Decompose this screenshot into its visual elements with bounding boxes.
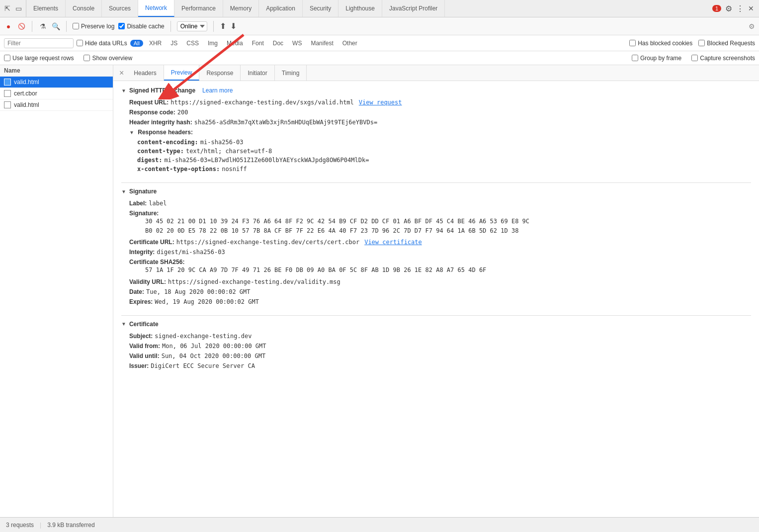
validity-url-value: https://signed-exchange-testing.dev/vali…: [168, 278, 340, 285]
hide-data-urls-checkbox[interactable]: [77, 40, 83, 46]
disable-cache-checkbox[interactable]: [118, 23, 125, 29]
file-icon-2: [4, 90, 11, 97]
preserve-log-checkbox[interactable]: [73, 23, 79, 29]
cert-sha256-value: 57 1A 1F 20 9C CA A9 7D 7F 49 71 26 BE F…: [129, 266, 486, 275]
close-devtools-icon[interactable]: ✕: [748, 4, 754, 12]
filter-all-badge[interactable]: All: [130, 40, 143, 47]
group-by-frame-checkbox[interactable]: [632, 55, 638, 61]
status-bar: 3 requests | 3.9 kB transferred: [0, 517, 759, 532]
filter-other[interactable]: Other: [339, 39, 360, 48]
learn-more-link[interactable]: Learn more: [202, 87, 233, 94]
preserve-log-label[interactable]: Preserve log: [73, 23, 114, 30]
tab-response[interactable]: Response: [199, 65, 241, 81]
capture-screenshots-checkbox[interactable]: [691, 55, 698, 61]
cert-url-row: Certificate URL: https://signed-exchange…: [121, 239, 751, 246]
blocked-requests-checkbox[interactable]: [698, 40, 705, 46]
sidebar-item-cert-cbor[interactable]: cert.cbor: [0, 88, 113, 99]
settings-gear-icon[interactable]: ⚙: [749, 22, 755, 30]
tab-preview[interactable]: Preview: [164, 65, 200, 81]
header-integrity-row: Header integrity hash: sha256-aSdRm3m7qX…: [121, 119, 751, 126]
tab-elements[interactable]: Elements: [26, 0, 66, 17]
show-overview-checkbox[interactable]: [84, 55, 90, 61]
clear-button[interactable]: 🚫: [17, 22, 26, 31]
integrity-value: digest/mi-sha256-03: [157, 249, 225, 256]
filter-right: Has blocked cookies Blocked Requests: [629, 40, 755, 47]
tab-js-profiler[interactable]: JavaScript Profiler: [382, 0, 445, 17]
tab-security[interactable]: Security: [303, 0, 338, 17]
filter-manifest[interactable]: Manifest: [308, 39, 336, 48]
device-icon[interactable]: ▭: [14, 4, 23, 13]
record-button[interactable]: ●: [4, 22, 13, 31]
tab-lighthouse[interactable]: Lighthouse: [338, 0, 382, 17]
rh-digest: digest: mi-sha256-03=LB7wdlHO51Z1Ze600lb…: [121, 157, 751, 164]
validity-url-label: Validity URL:: [129, 278, 166, 285]
view-request-link[interactable]: View request: [359, 99, 402, 106]
tab-console[interactable]: Console: [66, 0, 102, 17]
top-nav: ⇱ ▭ Elements Console Sources Network Per…: [0, 0, 759, 17]
tab-application[interactable]: Application: [259, 0, 303, 17]
disable-cache-label[interactable]: Disable cache: [118, 23, 164, 30]
file-icon-1: [4, 79, 11, 86]
filter-font[interactable]: Font: [249, 39, 267, 48]
filter-css[interactable]: CSS: [183, 39, 202, 48]
integrity-row: Integrity: digest/mi-sha256-03: [121, 249, 751, 256]
view-certificate-link[interactable]: View certificate: [364, 239, 422, 246]
filter-img[interactable]: Img: [205, 39, 221, 48]
section-title-signed: ▼ Signed HTTP exchange Learn more: [121, 87, 751, 94]
detail-close-icon[interactable]: ×: [116, 69, 127, 77]
show-overview-label[interactable]: Show overview: [84, 55, 132, 62]
options-right: Group by frame Capture screenshots: [632, 55, 755, 62]
settings-icon[interactable]: ⚙: [725, 4, 732, 13]
rh-key-3: digest:: [137, 157, 163, 164]
toolbar-separator-3: [170, 21, 171, 32]
more-icon[interactable]: ⋮: [736, 4, 744, 13]
signature-section: ▼ Signature Label: label Signature: 30 4…: [121, 188, 751, 305]
options-row: Use large request rows Show overview Gro…: [0, 51, 759, 65]
validity-url-row: Validity URL: https://signed-exchange-te…: [121, 278, 751, 285]
expires-value: Wed, 19 Aug 2020 00:00:02 GMT: [155, 298, 259, 305]
tab-network[interactable]: Network: [138, 0, 174, 17]
blocked-cookies-label[interactable]: Has blocked cookies: [629, 40, 692, 47]
tab-timing[interactable]: Timing: [275, 65, 307, 81]
tab-sources[interactable]: Sources: [102, 0, 138, 17]
date-value: Tue, 18 Aug 2020 00:00:02 GMT: [146, 288, 251, 295]
sidebar-item-valid-html-2[interactable]: valid.html: [0, 99, 113, 111]
hide-data-urls-label[interactable]: Hide data URLs: [77, 40, 127, 47]
triangle-icon-sig: ▼: [121, 189, 126, 194]
throttle-select[interactable]: Online: [177, 21, 207, 31]
issuer-value: DigiCert ECC Secure Server CA: [151, 362, 255, 369]
sidebar-item-valid-html-1[interactable]: valid.html: [0, 77, 113, 88]
export-icon[interactable]: ⬇: [230, 21, 237, 31]
filter-doc[interactable]: Doc: [270, 39, 286, 48]
large-rows-label[interactable]: Use large request rows: [4, 55, 74, 62]
filter-media[interactable]: Media: [224, 39, 246, 48]
blocked-cookies-checkbox[interactable]: [629, 40, 636, 46]
tab-headers[interactable]: Headers: [127, 65, 164, 81]
blocked-requests-label[interactable]: Blocked Requests: [698, 40, 755, 47]
signature-line-1: 30 45 02 21 00 D1 10 39 24 F3 76 A6 64 8…: [129, 217, 529, 226]
cert-sha256-label: Certificate SHA256:: [129, 259, 184, 266]
response-code-value: 200: [177, 109, 188, 116]
response-code-row: Response code: 200: [121, 109, 751, 116]
filter-input[interactable]: [4, 38, 74, 48]
group-by-frame-label[interactable]: Group by frame: [632, 55, 681, 62]
rh-val-3: mi-sha256-03=LB7wdlHO51Z1Ze600lbYAEYsckW…: [165, 157, 369, 164]
tab-initiator[interactable]: Initiator: [241, 65, 274, 81]
valid-until-value: Sun, 04 Oct 2020 00:00:00 GMT: [162, 353, 266, 359]
search-icon[interactable]: 🔍: [51, 22, 60, 31]
filter-js[interactable]: JS: [168, 39, 180, 48]
tab-performance[interactable]: Performance: [174, 0, 223, 17]
filter-icon[interactable]: ⚗: [38, 22, 47, 31]
valid-until-label: Valid until:: [129, 353, 160, 359]
signed-http-exchange-section: ▼ Signed HTTP exchange Learn more Reques…: [121, 87, 751, 173]
tab-memory[interactable]: Memory: [223, 0, 259, 17]
valid-from-value: Mon, 06 Jul 2020 00:00:00 GMT: [162, 343, 266, 350]
rh-val-1: mi-sha256-03: [200, 139, 244, 146]
large-rows-checkbox[interactable]: [4, 55, 10, 61]
filter-xhr[interactable]: XHR: [146, 39, 165, 48]
capture-screenshots-label[interactable]: Capture screenshots: [691, 55, 755, 62]
cursor-icon[interactable]: ⇱: [3, 4, 12, 13]
triangle-icon-cert: ▼: [121, 321, 126, 327]
import-icon[interactable]: ⬆: [220, 21, 226, 31]
filter-ws[interactable]: WS: [289, 39, 305, 48]
